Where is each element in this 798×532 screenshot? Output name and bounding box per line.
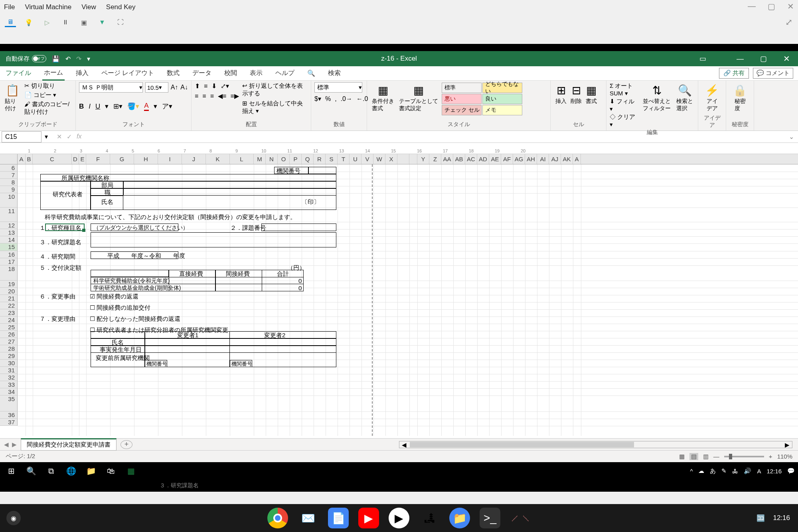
underline-button[interactable]: U bbox=[95, 103, 100, 111]
increase-indent-icon[interactable]: ≡▶ bbox=[230, 92, 239, 100]
column-header[interactable]: Q bbox=[302, 154, 314, 164]
copy-button[interactable]: 📄 コピー ▾ bbox=[24, 91, 72, 99]
row-header[interactable]: 6 bbox=[0, 164, 18, 172]
align-bottom-icon[interactable]: ⬇ bbox=[211, 82, 217, 90]
row-header[interactable]: 30 bbox=[0, 360, 18, 367]
tab-nav-next-icon[interactable]: ▶ bbox=[12, 441, 17, 448]
checkbox-c1[interactable]: ☑ 間接経費の返還 bbox=[90, 293, 138, 301]
row-header[interactable]: 13 bbox=[0, 229, 18, 236]
column-header[interactable]: AE bbox=[489, 154, 501, 164]
column-header[interactable]: S bbox=[326, 154, 338, 164]
store-icon[interactable]: 🛍 bbox=[102, 463, 120, 479]
ime-indicator[interactable]: あ bbox=[710, 467, 716, 475]
zoom-slider[interactable] bbox=[724, 456, 764, 457]
sheet-tab[interactable]: 間接経費交付決定額変更申請書 bbox=[21, 438, 117, 451]
decrease-font-icon[interactable]: A↓ bbox=[180, 84, 188, 91]
row-header[interactable]: 10 bbox=[0, 193, 18, 208]
column-header[interactable]: B bbox=[26, 154, 33, 164]
onedrive-icon[interactable]: ☁ bbox=[698, 467, 704, 475]
fx-icon[interactable]: fx bbox=[77, 133, 81, 140]
cut-button[interactable]: ✂ 切り取り bbox=[24, 82, 72, 90]
column-header[interactable]: AF bbox=[501, 154, 513, 164]
font-size-select[interactable]: 10.5▾ bbox=[145, 82, 168, 93]
row-header[interactable]: 32 bbox=[0, 374, 18, 381]
task-view-icon[interactable]: ⧉ bbox=[42, 463, 60, 479]
name-box[interactable]: C15 bbox=[2, 131, 41, 142]
row-header[interactable]: 23 bbox=[0, 309, 18, 316]
wrap-text-button[interactable]: ↩ 折り返して全体を表示する bbox=[242, 82, 308, 97]
row-header[interactable]: 9 bbox=[0, 186, 18, 193]
insert-cells-button[interactable]: ⊞挿入 bbox=[554, 82, 568, 107]
row-header[interactable]: 8 bbox=[0, 179, 18, 186]
sort-filter-button[interactable]: ⇅並べ替えと フィルター bbox=[641, 82, 672, 128]
row-header[interactable]: 21 bbox=[0, 295, 18, 302]
column-header[interactable]: AG bbox=[513, 154, 525, 164]
column-header[interactable]: T bbox=[338, 154, 350, 164]
vm-menu-view[interactable]: View bbox=[81, 3, 96, 11]
resize-handle-icon[interactable]: ⤢ bbox=[785, 17, 792, 28]
view-page-layout-icon[interactable]: ▤ bbox=[689, 453, 698, 460]
vm-maximize-icon[interactable]: ▢ bbox=[768, 2, 775, 11]
font-color-button[interactable]: A bbox=[144, 102, 148, 111]
cell-style-memo[interactable]: メモ bbox=[482, 105, 522, 115]
phonetic-button[interactable]: ア▾ bbox=[162, 102, 172, 111]
language-icon[interactable]: A bbox=[757, 468, 761, 475]
tab-view[interactable]: 表示 bbox=[248, 67, 264, 80]
column-header[interactable]: W bbox=[373, 154, 385, 164]
zoom-out-icon[interactable]: — bbox=[713, 453, 719, 460]
save-icon[interactable]: 💾 bbox=[52, 55, 60, 63]
border-button[interactable]: ⊞▾ bbox=[113, 102, 122, 111]
align-right-icon[interactable]: ≡ bbox=[210, 93, 214, 100]
column-header[interactable]: C bbox=[33, 154, 72, 164]
number-format-select[interactable]: 標準▾ bbox=[314, 82, 362, 93]
checkbox-c3[interactable]: ☐ 配分しなかった間接経費の返還 bbox=[90, 315, 180, 323]
volume-icon[interactable]: 🔊 bbox=[744, 467, 751, 475]
redo-icon[interactable]: ↷ bbox=[76, 55, 81, 63]
selected-cell[interactable] bbox=[45, 223, 85, 231]
expand-formula-bar-icon[interactable]: ⌄ bbox=[785, 133, 798, 140]
column-header[interactable]: H bbox=[134, 154, 158, 164]
cell-style-neutral[interactable]: どちらでもない bbox=[482, 83, 522, 93]
paste-button[interactable]: 📋貼り付け bbox=[3, 82, 22, 116]
checkbox-c2[interactable]: ☐ 間接経費の追加交付 bbox=[90, 304, 150, 312]
column-header[interactable]: AA bbox=[441, 154, 453, 164]
vm-menu-virtual-machine[interactable]: Virtual Machine bbox=[25, 3, 71, 11]
column-header[interactable]: X bbox=[385, 154, 397, 164]
comment-button[interactable]: 💬 コメント bbox=[753, 68, 793, 79]
vm-menu-send-key[interactable]: Send Key bbox=[106, 3, 136, 11]
row-header[interactable]: 22 bbox=[0, 302, 18, 309]
close-button[interactable]: ✕ bbox=[775, 51, 798, 66]
decrease-decimal-icon[interactable]: ←.0 bbox=[356, 95, 368, 103]
shelf-clock[interactable]: 12:16 bbox=[773, 514, 790, 522]
zoom-in-icon[interactable]: + bbox=[769, 453, 772, 460]
row-header[interactable]: 25 bbox=[0, 324, 18, 331]
row-header[interactable]: 27 bbox=[0, 338, 18, 345]
cell-style-good[interactable]: 良い bbox=[482, 94, 522, 104]
shelf-ime-icon[interactable]: 🈁 bbox=[757, 514, 765, 522]
clear-button[interactable]: ◇ クリア ▾ bbox=[610, 113, 639, 128]
row-header[interactable]: 18 bbox=[0, 265, 18, 281]
column-header[interactable] bbox=[409, 154, 417, 164]
tab-home[interactable]: ホーム bbox=[42, 66, 65, 81]
excel-taskbar-icon[interactable]: ▦ bbox=[122, 463, 140, 479]
increase-font-icon[interactable]: A↑ bbox=[171, 84, 178, 91]
column-header[interactable]: AB bbox=[453, 154, 465, 164]
column-header[interactable]: Y bbox=[417, 154, 429, 164]
column-header[interactable]: D bbox=[72, 154, 79, 164]
dropdown-icon[interactable]: ▼ bbox=[97, 18, 108, 27]
tab-file[interactable]: ファイル bbox=[4, 67, 33, 80]
share-button[interactable]: 🔗 共有 bbox=[719, 68, 749, 79]
column-header[interactable]: O bbox=[278, 154, 290, 164]
ribbon-options-icon[interactable]: ▭ bbox=[691, 51, 714, 66]
orientation-icon[interactable]: ⤢▾ bbox=[221, 82, 229, 90]
format-cells-button[interactable]: ▦書式 bbox=[584, 82, 598, 107]
column-header[interactable]: R bbox=[314, 154, 326, 164]
fullscreen-icon[interactable]: ⛶ bbox=[115, 18, 126, 27]
column-header[interactable]: V bbox=[361, 154, 373, 164]
column-header[interactable]: A bbox=[573, 154, 581, 164]
column-header[interactable]: AH bbox=[525, 154, 537, 164]
search-taskbar-icon[interactable]: 🔍 bbox=[22, 463, 40, 479]
row-header[interactable]: 29 bbox=[0, 352, 18, 360]
chrome-icon[interactable] bbox=[267, 508, 288, 528]
decrease-indent-icon[interactable]: ◀≡ bbox=[218, 92, 226, 100]
